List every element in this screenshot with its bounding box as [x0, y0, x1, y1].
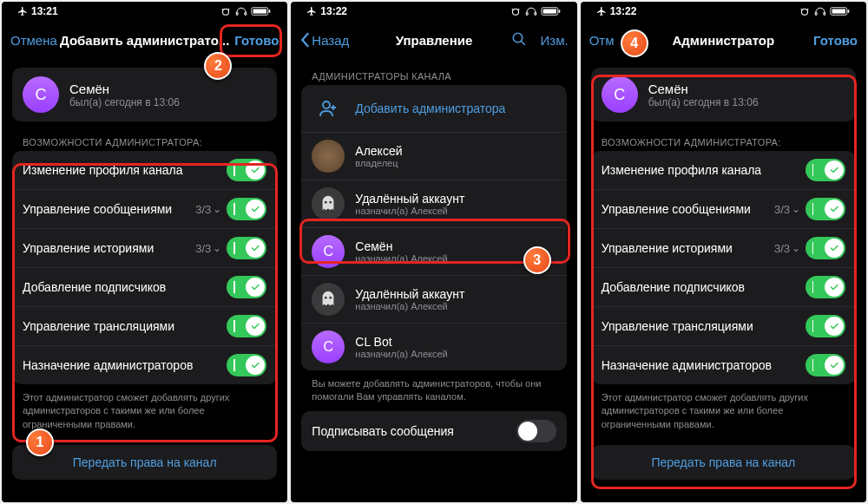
chevron-down-icon: ⌄: [213, 203, 221, 215]
admin-name: Удалённый аккаунт: [355, 287, 464, 301]
permission-toggle[interactable]: [806, 159, 845, 181]
permission-count: 3/3: [774, 203, 790, 216]
permission-label: Добавление подписчиков: [602, 280, 806, 294]
admin-name: Семён: [355, 239, 447, 253]
status-bar: 13:21: [2, 2, 287, 21]
headphones-icon: [814, 6, 826, 16]
permission-row[interactable]: Изменение профиля канала: [12, 151, 277, 190]
permission-toggle[interactable]: [806, 354, 845, 376]
svg-point-16: [325, 297, 327, 299]
svg-point-12: [513, 33, 523, 43]
alarm-icon: [799, 7, 811, 16]
permission-toggle[interactable]: [806, 198, 845, 220]
add-user-icon: [312, 92, 345, 125]
permission-count: 3/3: [195, 242, 211, 255]
permission-toggle[interactable]: [227, 354, 266, 376]
permission-label: Изменение профиля канала: [602, 163, 806, 177]
admin-name: Алексей: [355, 144, 402, 158]
svg-rect-4: [253, 9, 266, 13]
permission-toggle[interactable]: [806, 276, 845, 298]
admin-name: CL Bot: [355, 335, 447, 349]
transfer-ownership-button[interactable]: Передать права на канал: [12, 445, 277, 480]
back-button[interactable]: Назад: [299, 32, 349, 48]
svg-point-13: [323, 101, 330, 108]
status-bar: 13:22: [581, 2, 866, 21]
permission-row[interactable]: Добавление подписчиков: [12, 268, 277, 307]
footer-note: Этот администратор сможет добавлять друг…: [12, 384, 277, 438]
add-admin-button[interactable]: Добавить администратора: [301, 85, 566, 133]
admin-row[interactable]: Алексейвладелец: [301, 133, 566, 180]
alarm-icon: [220, 7, 232, 16]
user-card[interactable]: С Семён был(а) сегодня в 13:06: [591, 68, 856, 121]
sign-messages-toggle[interactable]: [516, 420, 556, 442]
permission-row[interactable]: Управление историями3/3⌄: [12, 229, 277, 268]
avatar: С: [602, 76, 638, 113]
user-card[interactable]: С Семён был(а) сегодня в 13:06: [12, 68, 277, 121]
sign-messages-card: Подписывать сообщения: [301, 411, 566, 451]
admin-row[interactable]: CCL Botназначил(а) Алексей: [301, 324, 566, 370]
battery-icon: [251, 6, 272, 16]
edit-button[interactable]: Изм.: [541, 33, 569, 48]
transfer-ownership-button[interactable]: Передать права на канал: [591, 445, 856, 480]
permission-toggle[interactable]: [806, 315, 845, 337]
permission-label: Управление сообщениями: [23, 202, 195, 216]
panel-2: 13:22 Назад Управление Изм. АДМИНИСТРАТО…: [291, 2, 576, 502]
svg-rect-23: [848, 10, 850, 12]
chevron-left-icon: [299, 32, 310, 48]
permission-count: 3/3: [195, 203, 211, 216]
battery-icon: [830, 6, 851, 16]
permission-toggle[interactable]: [227, 315, 266, 337]
permission-row[interactable]: Управление сообщениями3/3⌄: [591, 190, 856, 229]
admin-row[interactable]: Удалённый аккаунтназначил(а) Алексей: [301, 276, 566, 324]
permission-toggle[interactable]: [227, 237, 266, 259]
avatar-ghost-icon: [312, 283, 345, 316]
footer-note: Этот администратор сможет добавлять друг…: [591, 384, 856, 438]
permission-row[interactable]: Управление сообщениями3/3⌄: [12, 190, 277, 229]
permission-row[interactable]: Назначение администраторов: [12, 346, 277, 384]
search-button[interactable]: [511, 31, 527, 49]
permission-row[interactable]: Управление историями3/3⌄: [591, 229, 856, 268]
airplane-icon: [306, 6, 317, 16]
permission-row[interactable]: Добавление подписчиков: [591, 268, 856, 307]
battery-icon: [541, 6, 562, 16]
add-admin-label: Добавить администратора: [355, 101, 505, 115]
permission-row[interactable]: Управление трансляциями: [12, 307, 277, 346]
permission-row[interactable]: Управление трансляциями: [591, 307, 856, 346]
admin-row[interactable]: Удалённый аккаунтназначил(а) Алексей: [301, 180, 566, 228]
permission-label: Управление историями: [602, 241, 774, 255]
admin-note: Вы можете добавлять администраторов, что…: [301, 370, 566, 411]
user-name: Семён: [648, 82, 759, 96]
user-status: был(а) сегодня в 13:06: [648, 96, 759, 108]
status-time: 13:21: [31, 5, 58, 17]
avatar: C: [312, 331, 345, 363]
svg-rect-5: [269, 10, 271, 12]
headphones-icon: [525, 6, 537, 16]
permission-row[interactable]: Назначение администраторов: [591, 346, 856, 384]
permission-label: Назначение администраторов: [23, 358, 227, 372]
permission-toggle[interactable]: [227, 276, 266, 298]
cancel-button[interactable]: Отмена: [10, 33, 57, 48]
permission-toggle[interactable]: [806, 237, 845, 259]
status-time: 13:22: [610, 5, 637, 17]
done-button[interactable]: Готово: [813, 33, 858, 48]
permission-toggle[interactable]: [227, 159, 266, 181]
avatar: [312, 140, 345, 173]
panel-3: 13:22 Отм Администратор Готово С Семён б…: [581, 2, 866, 502]
permission-row[interactable]: Изменение профиля канала: [591, 151, 856, 190]
cancel-button[interactable]: Отм: [589, 33, 615, 48]
admin-sub: назначил(а) Алексей: [355, 206, 464, 216]
permission-toggle[interactable]: [227, 198, 266, 220]
back-label: Назад: [312, 33, 349, 48]
avatar: С: [23, 76, 59, 113]
svg-rect-11: [558, 10, 560, 12]
status-time: 13:22: [320, 5, 347, 17]
nav-header: Назад Управление Изм.: [291, 21, 576, 59]
admin-sub: назначил(а) Алексей: [355, 253, 447, 264]
airplane-icon: [17, 6, 28, 16]
nav-header: Отмена Добавить администрато... Готово: [2, 21, 287, 59]
permission-label: Назначение администраторов: [602, 358, 806, 372]
done-button[interactable]: Готово: [234, 33, 279, 48]
svg-point-17: [330, 297, 332, 299]
permission-label: Изменение профиля канала: [23, 163, 227, 177]
svg-point-15: [330, 201, 332, 204]
